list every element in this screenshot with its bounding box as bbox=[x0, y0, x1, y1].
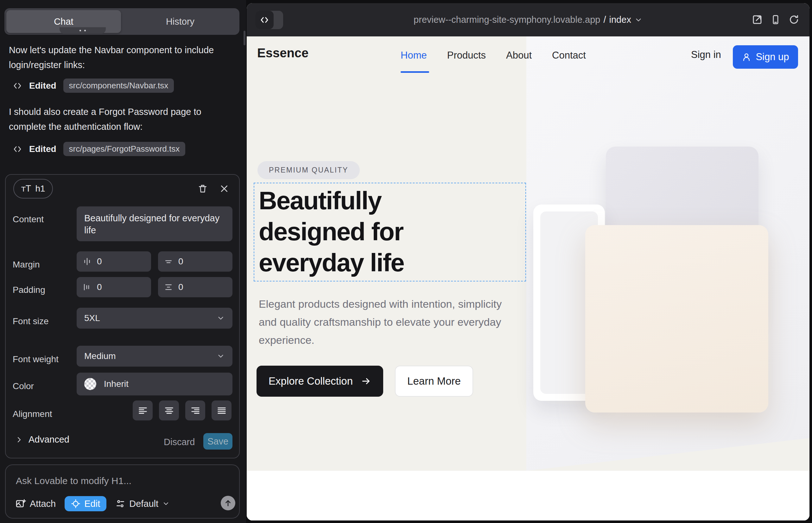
align-right-button[interactable] bbox=[185, 400, 205, 420]
discard-button[interactable]: Discard bbox=[164, 437, 195, 447]
font-weight-value: Medium bbox=[84, 351, 116, 361]
hero-headline[interactable]: Beautifully designed for everyday life bbox=[259, 185, 525, 278]
content-label: Content bbox=[13, 214, 44, 224]
margin-label: Margin bbox=[13, 259, 40, 270]
open-external-icon[interactable] bbox=[750, 13, 764, 26]
learn-more-button[interactable]: Learn More bbox=[395, 366, 473, 397]
color-select[interactable]: Inherit bbox=[77, 373, 232, 395]
chevron-down-icon bbox=[217, 314, 225, 322]
chat-history-tabs: Chat History bbox=[4, 8, 240, 35]
headline-line: designed for bbox=[259, 216, 525, 247]
user-icon bbox=[742, 52, 751, 62]
explore-collection-button[interactable]: Explore Collection bbox=[257, 366, 383, 397]
headline-line: Beautifully bbox=[259, 185, 525, 216]
mode-label: Default bbox=[129, 499, 158, 509]
edit-label: Edit bbox=[84, 499, 100, 509]
element-editor-panel: ᴛT h1 Content Beautifully designed for e… bbox=[5, 174, 240, 458]
font-weight-select[interactable]: Medium bbox=[77, 346, 232, 366]
align-justify-button[interactable] bbox=[212, 400, 231, 420]
margin-vertical-icon bbox=[164, 257, 173, 266]
align-left-button[interactable] bbox=[133, 400, 153, 420]
edited-label: Edited bbox=[29, 144, 56, 154]
padding-y-input[interactable]: 0 bbox=[158, 277, 232, 297]
margin-y-value: 0 bbox=[178, 256, 183, 267]
refresh-icon[interactable] bbox=[787, 13, 801, 26]
send-button[interactable] bbox=[221, 496, 235, 510]
mode-select[interactable]: Default bbox=[115, 499, 170, 509]
explore-label: Explore Collection bbox=[268, 375, 353, 387]
preview-topbar: preview--charming-site-symphony.lovable.… bbox=[247, 3, 810, 36]
chevron-down-icon bbox=[217, 352, 225, 360]
save-button[interactable]: Save bbox=[203, 433, 232, 450]
preview-url: preview--charming-site-symphony.lovable.… bbox=[413, 15, 600, 25]
element-tag-pill[interactable]: ᴛT h1 bbox=[13, 179, 53, 198]
padding-x-value: 0 bbox=[97, 282, 102, 292]
delete-element-button[interactable] bbox=[196, 182, 210, 196]
signup-button[interactable]: Sign up bbox=[733, 45, 798, 69]
advanced-label: Advanced bbox=[29, 434, 69, 445]
type-icon: ᴛT bbox=[21, 184, 31, 194]
attach-image-icon bbox=[15, 498, 26, 509]
chevron-down-icon bbox=[162, 500, 170, 507]
edited-file-chip[interactable]: src/components/Navbar.tsx bbox=[63, 78, 174, 93]
prompt-box: Attach Edit Default bbox=[5, 465, 240, 519]
margin-x-input[interactable]: 0 bbox=[77, 251, 151, 272]
mobile-preview-icon[interactable] bbox=[769, 13, 782, 26]
site-nav: Home Products About Contact bbox=[401, 50, 586, 61]
edit-target-icon bbox=[71, 499, 81, 508]
nav-contact[interactable]: Contact bbox=[552, 50, 586, 61]
site-canvas: Essence Home Products About Contact Sign… bbox=[247, 36, 810, 521]
code-icon bbox=[255, 11, 273, 29]
edited-file-chip[interactable]: src/pages/ForgotPassword.tsx bbox=[63, 142, 186, 156]
margin-horizontal-icon bbox=[82, 257, 92, 266]
close-icon[interactable] bbox=[217, 182, 231, 196]
font-size-select[interactable]: 5XL bbox=[77, 308, 232, 329]
chevron-down-icon bbox=[634, 16, 642, 24]
edit-mode-button[interactable]: Edit bbox=[65, 496, 106, 511]
chat-scrollbar[interactable] bbox=[244, 31, 245, 45]
element-tag-label: h1 bbox=[35, 184, 45, 194]
color-value: Inherit bbox=[104, 379, 128, 389]
padding-x-input[interactable]: 0 bbox=[77, 277, 151, 297]
chevron-right-icon bbox=[15, 436, 23, 444]
sliders-icon bbox=[115, 499, 125, 509]
premium-quality-badge: PREMIUM QUALITY bbox=[258, 161, 360, 179]
alignment-group bbox=[133, 400, 231, 420]
page-name: index bbox=[609, 15, 631, 25]
chat-message: I should also create a Forgot Password p… bbox=[9, 105, 224, 134]
signin-link[interactable]: Sign in bbox=[691, 49, 721, 60]
headline-line: everyday life bbox=[259, 247, 525, 278]
chat-panel: Chat History Now let's update the Navbar… bbox=[0, 0, 246, 523]
alignment-label: Alignment bbox=[13, 409, 52, 419]
margin-x-value: 0 bbox=[97, 256, 102, 267]
edited-label: Edited bbox=[29, 81, 56, 91]
content-textarea[interactable]: Beautifully designed for everyday life bbox=[77, 206, 232, 241]
tab-history[interactable]: History bbox=[123, 10, 237, 33]
padding-label: Padding bbox=[13, 285, 45, 295]
signup-label: Sign up bbox=[756, 51, 789, 63]
hero-subtext: Elegant products designed with intention… bbox=[259, 295, 522, 349]
font-size-value: 5XL bbox=[84, 313, 100, 323]
chat-message: Now let's update the Navbar component to… bbox=[9, 43, 224, 72]
nav-about[interactable]: About bbox=[506, 50, 532, 61]
color-label: Color bbox=[13, 381, 34, 391]
preview-panel: preview--charming-site-symphony.lovable.… bbox=[247, 3, 810, 521]
nav-home[interactable]: Home bbox=[401, 50, 427, 61]
site-logo[interactable]: Essence bbox=[257, 46, 308, 60]
edited-file-row: Edited src/components/Navbar.tsx bbox=[13, 78, 174, 93]
margin-y-input[interactable]: 0 bbox=[158, 251, 232, 272]
align-center-button[interactable] bbox=[159, 400, 179, 420]
code-view-toggle[interactable] bbox=[255, 11, 283, 29]
nav-products[interactable]: Products bbox=[447, 50, 486, 61]
active-nav-underline bbox=[401, 71, 429, 73]
padding-y-value: 0 bbox=[178, 282, 183, 292]
url-bar[interactable]: preview--charming-site-symphony.lovable.… bbox=[247, 3, 810, 36]
advanced-toggle[interactable]: Advanced bbox=[15, 434, 69, 445]
padding-vertical-icon bbox=[164, 283, 173, 292]
edited-file-row: Edited src/pages/ForgotPassword.tsx bbox=[13, 142, 185, 156]
prompt-input[interactable] bbox=[15, 472, 224, 490]
arrow-right-icon bbox=[361, 376, 371, 386]
scrolled-chip-partial bbox=[59, 27, 106, 34]
attach-button[interactable]: Attach bbox=[15, 498, 56, 509]
decor-card-beige bbox=[585, 225, 768, 413]
